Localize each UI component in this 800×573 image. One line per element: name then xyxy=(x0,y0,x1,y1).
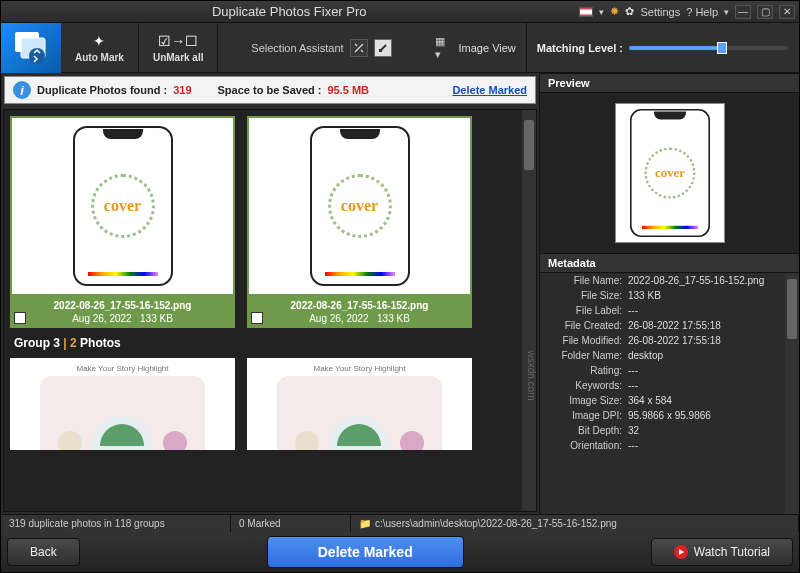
app-logo xyxy=(1,23,61,73)
achievement-icon[interactable]: ✸ xyxy=(610,5,619,18)
language-flag-icon[interactable] xyxy=(579,7,593,17)
app-title: Duplicate Photos Fixer Pro xyxy=(5,4,573,19)
metadata-key: Keywords: xyxy=(544,380,628,391)
cover-text: cover xyxy=(104,197,141,215)
slider-thumb[interactable] xyxy=(717,42,727,54)
group-sep: | xyxy=(63,336,66,350)
group-prefix: Group 3 xyxy=(14,336,60,350)
selection-assistant-section: Selection Assistant xyxy=(218,23,424,72)
thumbnail-checkbox[interactable] xyxy=(14,312,26,324)
metadata-value: --- xyxy=(628,365,638,376)
phone-mock-icon: cover xyxy=(73,126,173,286)
metadata-key: Folder Name: xyxy=(544,350,628,361)
thumbnail-card[interactable]: cover 2022-08-26_17-55-16-152.png Aug 26… xyxy=(247,116,472,328)
maximize-button[interactable]: ▢ xyxy=(757,5,773,19)
story-caption: Make Your Story Highlight xyxy=(247,364,472,373)
metadata-key: File Name: xyxy=(544,275,628,286)
gear-icon[interactable]: ✿ xyxy=(625,5,634,18)
play-icon xyxy=(674,545,688,559)
metadata-value: 95.9866 x 95.9866 xyxy=(628,410,711,421)
thumbnail-size: 133 KB xyxy=(140,313,173,324)
phone-mock-icon: cover xyxy=(630,109,710,237)
metadata-row: Image DPI:95.9866 x 95.9866 xyxy=(540,408,785,423)
info-bar: i Duplicate Photos found : 319 Space to … xyxy=(4,76,536,104)
scrollbar-handle[interactable] xyxy=(787,279,797,339)
metadata-value: 133 KB xyxy=(628,290,661,301)
thumbnail-card[interactable]: cover 2022-08-26_17-55-16-152.png Aug 26… xyxy=(10,116,235,328)
thumbnail-card[interactable]: Make Your Story Highlight xyxy=(247,358,472,450)
metadata-key: File Modified: xyxy=(544,335,628,346)
thumbnail-card[interactable]: Make Your Story Highlight xyxy=(10,358,235,450)
minimize-button[interactable]: — xyxy=(735,5,751,19)
preview-header: Preview xyxy=(540,73,799,93)
watermark: wsxdn.com xyxy=(525,350,536,400)
metadata-key: Bit Depth: xyxy=(544,425,628,436)
metadata-row: File Modified:26-08-2022 17:55:18 xyxy=(540,333,785,348)
metadata-value: --- xyxy=(628,380,638,391)
metadata-key: File Size: xyxy=(544,290,628,301)
grid-view-icon[interactable]: ▦ ▾ xyxy=(435,39,453,57)
metadata-key: Orientation: xyxy=(544,440,628,451)
watch-tutorial-label: Watch Tutorial xyxy=(694,545,770,559)
thumbnail-image[interactable]: cover xyxy=(10,116,235,296)
phone-mock-icon: cover xyxy=(310,126,410,286)
settings-link[interactable]: Settings xyxy=(640,6,680,18)
metadata-row: Bit Depth:32 xyxy=(540,423,785,438)
metadata-value: --- xyxy=(628,440,638,451)
metadata-scrollbar[interactable] xyxy=(785,273,799,514)
auto-mark-button[interactable]: ✦ Auto Mark xyxy=(61,23,139,72)
unmark-all-button[interactable]: ☑→☐ UnMark all xyxy=(139,23,219,72)
metadata-value: --- xyxy=(628,305,638,316)
thumbnail-image[interactable]: cover xyxy=(247,116,472,296)
metadata-panel: File Name:2022-08-26_17-55-16-152.pngFil… xyxy=(540,273,799,514)
close-button[interactable]: ✕ xyxy=(779,5,795,19)
back-button[interactable]: Back xyxy=(7,538,80,566)
footer: Back Delete Marked Watch Tutorial xyxy=(1,532,799,572)
scrollbar-handle[interactable] xyxy=(524,120,534,170)
group-count: 2 xyxy=(70,336,77,350)
delete-marked-label: Delete Marked xyxy=(318,544,413,560)
image-view-label: Image View xyxy=(459,42,516,54)
found-count: 319 xyxy=(173,84,191,96)
thumbnail-meta-bar: 2022-08-26_17-55-16-152.png Aug 26, 2022… xyxy=(247,296,472,328)
thumbnail-checkbox[interactable] xyxy=(251,312,263,324)
cover-text: cover xyxy=(655,166,685,180)
metadata-row: Image Size:364 x 584 xyxy=(540,393,785,408)
help-link[interactable]: ? Help xyxy=(686,6,718,18)
unmark-all-label: UnMark all xyxy=(153,52,204,63)
delete-marked-button[interactable]: Delete Marked xyxy=(267,536,464,568)
auto-mark-label: Auto Mark xyxy=(75,52,124,63)
assist-tool-1[interactable] xyxy=(350,39,368,57)
cover-text: cover xyxy=(341,197,378,215)
metadata-row: Orientation:--- xyxy=(540,438,785,453)
thumbnail-filename: 2022-08-26_17-55-16-152.png xyxy=(291,300,429,311)
thumbnail-meta-bar: 2022-08-26_17-55-16-152.png Aug 26, 2022… xyxy=(10,296,235,328)
thumbnail-scrollbar[interactable] xyxy=(522,110,536,511)
image-view-section: ▦ ▾ Image View xyxy=(425,23,526,72)
language-dropdown-icon[interactable]: ▾ xyxy=(599,7,604,17)
metadata-value: desktop xyxy=(628,350,663,361)
metadata-value: 2022-08-26_17-55-16-152.png xyxy=(628,275,764,286)
status-bar: 319 duplicate photos in 118 groups 0 Mar… xyxy=(1,514,799,532)
metadata-key: Rating: xyxy=(544,365,628,376)
status-dup-summary: 319 duplicate photos in 118 groups xyxy=(1,515,231,532)
watch-tutorial-button[interactable]: Watch Tutorial xyxy=(651,538,793,566)
metadata-row: Folder Name:desktop xyxy=(540,348,785,363)
metadata-key: File Label: xyxy=(544,305,628,316)
metadata-value: 364 x 584 xyxy=(628,395,672,406)
wand-icon: ✦ xyxy=(93,33,105,49)
preview-image: cover xyxy=(615,103,725,243)
help-dropdown-icon[interactable]: ▾ xyxy=(724,7,729,17)
folder-icon: 📁 xyxy=(359,518,371,529)
matching-level-slider[interactable] xyxy=(629,46,789,50)
metadata-value: 26-08-2022 17:55:18 xyxy=(628,335,721,346)
assist-tool-2[interactable] xyxy=(374,39,392,57)
delete-marked-link[interactable]: Delete Marked xyxy=(452,84,527,96)
story-caption: Make Your Story Highlight xyxy=(10,364,235,373)
group-header: Group 3 | 2 Photos xyxy=(10,328,516,358)
space-value: 95.5 MB xyxy=(327,84,369,96)
metadata-value: 26-08-2022 17:55:18 xyxy=(628,320,721,331)
matching-level-label: Matching Level : xyxy=(537,42,623,54)
thumbnail-date: Aug 26, 2022 xyxy=(72,313,132,324)
metadata-row: Keywords:--- xyxy=(540,378,785,393)
